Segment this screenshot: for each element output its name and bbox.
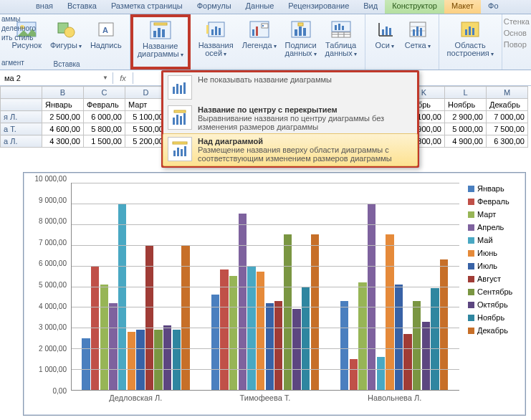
- svg-rect-63: [82, 338, 90, 390]
- svg-rect-46: [465, 29, 467, 35]
- svg-rect-97: [431, 288, 439, 390]
- data-labels-icon: [290, 18, 312, 41]
- legend-item[interactable]: Ноябрь: [468, 313, 520, 322]
- tab-vnaya[interactable]: вная: [29, 0, 60, 14]
- svg-rect-8: [153, 31, 156, 37]
- chart-object[interactable]: 0,001 000,002 000,003 000,004 000,005 00…: [23, 172, 526, 416]
- svg-rect-93: [395, 285, 403, 390]
- data-table-button[interactable]: Таблица данных: [322, 16, 360, 59]
- svg-rect-60: [177, 148, 179, 156]
- svg-point-3: [64, 27, 75, 37]
- svg-rect-17: [252, 29, 254, 36]
- svg-rect-89: [358, 282, 366, 390]
- svg-rect-14: [215, 27, 217, 35]
- legend-item[interactable]: Март: [468, 210, 520, 219]
- fx-label[interactable]: fx: [113, 72, 133, 84]
- svg-rect-95: [413, 301, 421, 390]
- svg-rect-92: [386, 234, 393, 390]
- svg-rect-78: [239, 214, 247, 390]
- legend-item[interactable]: Май: [468, 236, 520, 244]
- svg-rect-9: [158, 28, 161, 37]
- tab-page-layout[interactable]: Разметка страницы: [104, 0, 190, 14]
- tab-formulas[interactable]: Формулы: [190, 0, 239, 14]
- svg-rect-44: [420, 28, 422, 36]
- svg-text:A: A: [102, 26, 108, 34]
- svg-rect-51: [180, 85, 182, 94]
- above-chart-icon: [168, 137, 192, 161]
- svg-rect-24: [303, 28, 306, 36]
- tab-layout[interactable]: Макет: [444, 0, 481, 14]
- gridlines-button[interactable]: Сетка: [401, 16, 434, 59]
- legend-item[interactable]: Февраль: [468, 197, 520, 206]
- svg-rect-22: [295, 29, 297, 36]
- legend-item[interactable]: Август: [468, 275, 520, 283]
- plot-area-icon: [459, 18, 482, 41]
- svg-rect-81: [266, 303, 274, 390]
- chart-title-button[interactable]: Название диаграммы: [134, 16, 187, 59]
- legend-item[interactable]: Сентябрь: [468, 287, 520, 296]
- chart-title-dropdown: НетНе показывать название диаграммы Назв…: [161, 70, 419, 168]
- axes-button[interactable]: Оси: [370, 16, 400, 59]
- svg-rect-69: [136, 330, 144, 390]
- legend-button[interactable]: Легенда: [239, 16, 280, 59]
- svg-rect-49: [173, 87, 175, 94]
- legend-item[interactable]: Апрель: [468, 223, 520, 232]
- svg-rect-91: [377, 357, 385, 390]
- tab-view[interactable]: Вид: [356, 0, 385, 14]
- legend-item[interactable]: Декабрь: [468, 326, 520, 335]
- svg-rect-29: [342, 26, 344, 30]
- name-box[interactable]: ма 2▼: [0, 72, 113, 84]
- none-icon: [168, 75, 192, 100]
- svg-rect-23: [299, 27, 302, 36]
- svg-rect-27: [335, 25, 337, 30]
- svg-rect-90: [368, 204, 375, 390]
- shapes-button[interactable]: Фигуры: [47, 16, 85, 59]
- svg-rect-70: [145, 245, 153, 390]
- svg-rect-62: [184, 146, 186, 156]
- plot-area-button[interactable]: Область построения: [444, 16, 497, 59]
- svg-rect-71: [154, 330, 162, 390]
- ribbon-right-text: Стенка: [504, 17, 530, 26]
- svg-rect-36: [382, 29, 384, 35]
- svg-rect-12: [206, 25, 209, 34]
- legend-item[interactable]: Июль: [468, 262, 520, 270]
- data-labels-button[interactable]: Подписи данных: [282, 16, 320, 59]
- chart-title-button-wrap: Название диаграммы: [130, 14, 191, 70]
- svg-rect-76: [220, 269, 228, 390]
- svg-rect-88: [350, 359, 358, 390]
- svg-rect-94: [403, 334, 411, 390]
- dropdown-item-centered-overlay[interactable]: Название по центру с перекрытиемВыравнив…: [163, 102, 417, 134]
- svg-rect-66: [109, 303, 117, 390]
- legend-item[interactable]: Январь: [468, 184, 520, 193]
- shapes-icon: [54, 18, 77, 41]
- svg-rect-42: [413, 29, 415, 36]
- svg-rect-84: [292, 309, 300, 390]
- svg-rect-7: [154, 23, 167, 25]
- chart-plot-area: 0,001 000,002 000,003 000,004 000,005 00…: [27, 178, 462, 409]
- tab-data[interactable]: Данные: [239, 0, 282, 14]
- svg-rect-65: [100, 285, 108, 390]
- svg-rect-96: [422, 322, 430, 390]
- svg-rect-50: [176, 84, 178, 94]
- chart-title-icon: [149, 19, 172, 42]
- svg-rect-87: [340, 301, 348, 390]
- svg-rect-61: [181, 149, 183, 156]
- textbox-button[interactable]: AНадпись: [87, 16, 125, 59]
- legend-item[interactable]: Октябрь: [468, 300, 520, 309]
- tab-design[interactable]: Конструктор: [385, 0, 444, 14]
- tab-fo[interactable]: Фо: [481, 0, 505, 14]
- tab-insert[interactable]: Вставка: [60, 0, 104, 14]
- axis-titles-button[interactable]: Названия осей: [195, 16, 237, 59]
- svg-rect-48: [472, 28, 474, 35]
- legend-icon: [248, 18, 271, 41]
- dropdown-item-above-chart[interactable]: Над диаграммойРазмещение названия вверху…: [163, 133, 418, 166]
- axes-icon: [373, 18, 396, 41]
- tab-review[interactable]: Рецензирование: [281, 0, 356, 14]
- svg-rect-13: [211, 29, 214, 35]
- legend-item[interactable]: Июнь: [468, 249, 520, 257]
- chart-legend[interactable]: ЯнварьФевральМартАпрельМайИюньИюльАвгуст…: [462, 178, 520, 409]
- left-panel-text: агмент: [0, 58, 43, 67]
- svg-rect-10: [162, 29, 165, 37]
- svg-rect-98: [440, 259, 448, 390]
- dropdown-item-none[interactable]: НетНе показывать название диаграммы: [163, 72, 417, 102]
